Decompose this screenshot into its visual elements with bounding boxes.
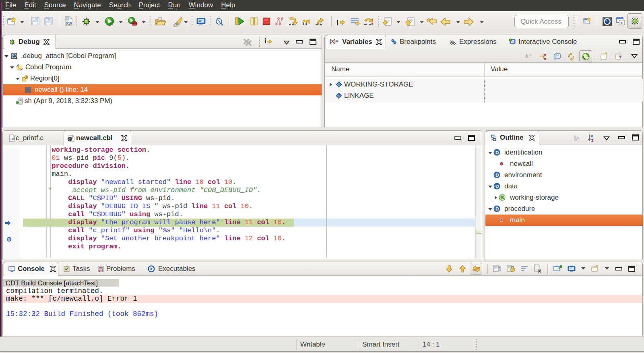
svg-text:a: a <box>591 134 593 138</box>
svg-text:c: c <box>68 137 70 141</box>
svg-text:S: S <box>501 195 504 200</box>
svg-text:D: D <box>495 172 499 178</box>
svg-text:010: 010 <box>66 22 72 26</box>
svg-text:x: x <box>99 270 101 272</box>
svg-text:z: z <box>591 138 593 142</box>
svg-text:.c: .c <box>10 137 14 141</box>
svg-text:C: C <box>621 21 623 25</box>
svg-text:D: D <box>495 150 499 155</box>
svg-text:D: D <box>495 206 499 211</box>
svg-text:D: D <box>495 184 499 189</box>
